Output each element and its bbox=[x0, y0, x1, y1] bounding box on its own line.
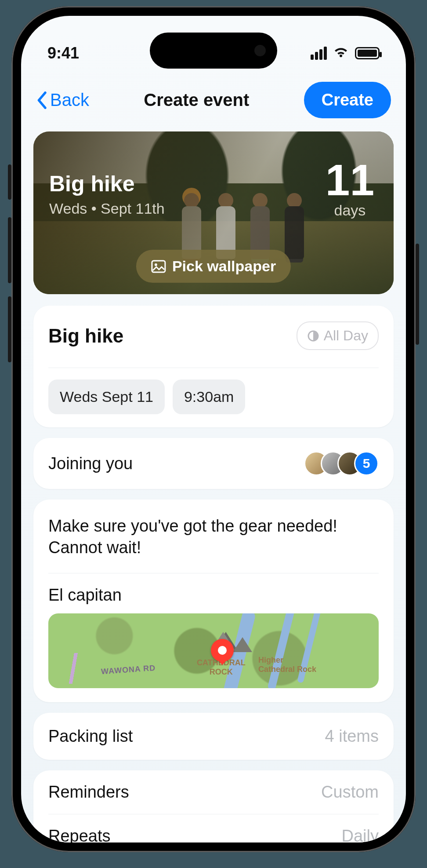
battery-icon bbox=[355, 47, 380, 59]
divider bbox=[48, 573, 379, 573]
half-circle-icon bbox=[307, 330, 319, 342]
back-button[interactable]: Back bbox=[36, 90, 89, 110]
joining-label: Joining you bbox=[48, 454, 133, 473]
settings-card: Reminders Custom Repeats Daily bbox=[33, 770, 394, 842]
chevron-left-icon bbox=[36, 91, 47, 109]
location-input[interactable]: El capitan bbox=[48, 586, 379, 605]
svg-rect-0 bbox=[152, 261, 165, 272]
pick-wallpaper-label: Pick wallpaper bbox=[172, 258, 276, 275]
map-pin-icon bbox=[211, 639, 234, 662]
map-poi-label: HigherCathedral Rock bbox=[258, 656, 316, 674]
packing-list-count: 4 items bbox=[325, 727, 379, 746]
pick-wallpaper-button[interactable]: Pick wallpaper bbox=[136, 250, 291, 283]
attendee-avatars: 5 bbox=[304, 451, 379, 476]
scroll-content[interactable]: Big hike Weds • Sept 11th 11 days Pick w… bbox=[21, 131, 406, 842]
repeats-value: Daily bbox=[342, 827, 379, 842]
nav-bar: Back Create event Create bbox=[21, 73, 406, 131]
time-chip[interactable]: 9:30am bbox=[173, 379, 245, 414]
wifi-icon bbox=[333, 44, 349, 62]
title-date-card: Big hike All Day Weds Sept 11 9:30am bbox=[33, 306, 394, 427]
image-icon bbox=[151, 260, 166, 273]
repeats-row[interactable]: Repeats Daily bbox=[33, 814, 394, 842]
notes-location-card: Make sure you've got the gear needed! Ca… bbox=[33, 500, 394, 702]
date-chip[interactable]: Weds Sept 11 bbox=[48, 379, 165, 414]
all-day-label: All Day bbox=[324, 328, 368, 344]
dynamic-island bbox=[150, 33, 277, 69]
status-time: 9:41 bbox=[47, 44, 79, 62]
countdown-number: 11 bbox=[326, 158, 374, 202]
all-day-toggle[interactable]: All Day bbox=[297, 321, 379, 350]
status-icons bbox=[311, 44, 380, 62]
cellular-icon bbox=[311, 47, 327, 60]
map-mountain-icon bbox=[233, 637, 252, 652]
back-label: Back bbox=[50, 90, 89, 110]
packing-list-card[interactable]: Packing list 4 items bbox=[33, 713, 394, 760]
volume-down-button bbox=[8, 296, 11, 362]
reminders-value: Custom bbox=[321, 783, 379, 802]
location-map[interactable]: WAWONA RD CATHEDRALROCK HigherCathedral … bbox=[48, 613, 379, 688]
repeats-label: Repeats bbox=[48, 827, 111, 842]
phone-frame: 9:41 Back Create event Create bbox=[11, 6, 416, 852]
packing-list-label: Packing list bbox=[48, 727, 133, 746]
side-button bbox=[8, 164, 11, 200]
divider bbox=[48, 368, 379, 368]
hero-subtitle: Weds • Sept 11th bbox=[49, 200, 165, 217]
screen: 9:41 Back Create event Create bbox=[21, 16, 406, 842]
create-button[interactable]: Create bbox=[304, 82, 391, 118]
reminders-label: Reminders bbox=[48, 783, 129, 802]
svg-point-1 bbox=[155, 263, 157, 266]
reminders-row[interactable]: Reminders Custom bbox=[33, 770, 394, 814]
countdown: 11 days bbox=[326, 158, 374, 219]
event-hero-card: Big hike Weds • Sept 11th 11 days Pick w… bbox=[33, 131, 394, 294]
nav-title: Create event bbox=[144, 90, 249, 110]
power-button bbox=[416, 244, 419, 345]
avatar-more-count: 5 bbox=[354, 451, 379, 476]
hero-title: Big hike bbox=[49, 171, 165, 197]
volume-up-button bbox=[8, 217, 11, 283]
notes-input[interactable]: Make sure you've got the gear needed! Ca… bbox=[48, 515, 379, 559]
joining-card[interactable]: Joining you 5 bbox=[33, 438, 394, 489]
event-title-input[interactable]: Big hike bbox=[48, 325, 123, 347]
